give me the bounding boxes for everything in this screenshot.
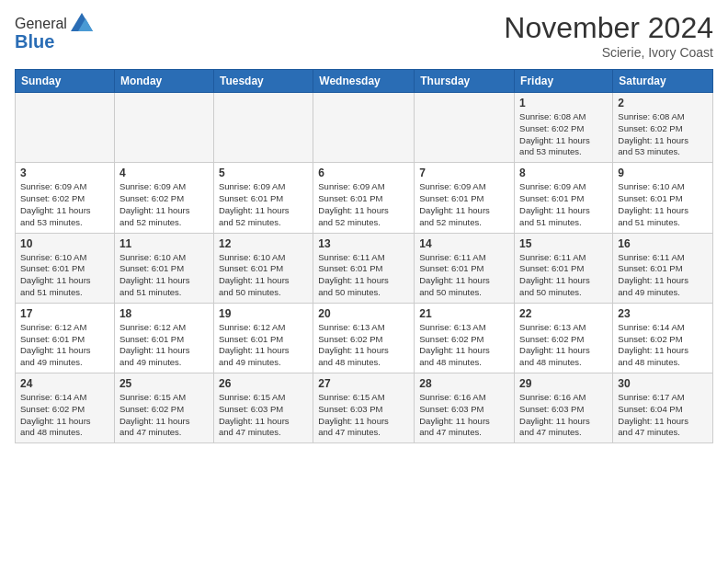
calendar-cell-w3-d6: 16Sunrise: 6:11 AM Sunset: 6:01 PM Dayli… [613, 233, 713, 303]
day-info: Sunrise: 6:13 AM Sunset: 6:02 PM Dayligh… [519, 322, 608, 369]
day-info: Sunrise: 6:10 AM Sunset: 6:01 PM Dayligh… [119, 252, 209, 299]
header-tuesday: Tuesday [213, 70, 313, 93]
day-number: 8 [519, 167, 608, 179]
calendar-cell-w1-d5: 1Sunrise: 6:08 AM Sunset: 6:02 PM Daylig… [515, 93, 613, 163]
day-info: Sunrise: 6:10 AM Sunset: 6:01 PM Dayligh… [618, 181, 708, 228]
calendar-cell-w4-d5: 22Sunrise: 6:13 AM Sunset: 6:02 PM Dayli… [515, 303, 613, 373]
day-number: 6 [318, 167, 409, 179]
title-section: November 2024 Scierie, Ivory Coast [504, 11, 713, 60]
day-info: Sunrise: 6:12 AM Sunset: 6:01 PM Dayligh… [20, 322, 109, 369]
day-number: 10 [20, 237, 109, 250]
day-info: Sunrise: 6:10 AM Sunset: 6:01 PM Dayligh… [20, 252, 109, 299]
day-info: Sunrise: 6:11 AM Sunset: 6:01 PM Dayligh… [419, 252, 509, 299]
month-title: November 2024 [504, 11, 713, 45]
day-info: Sunrise: 6:09 AM Sunset: 6:01 PM Dayligh… [219, 181, 308, 228]
calendar-cell-w4-d3: 20Sunrise: 6:13 AM Sunset: 6:02 PM Dayli… [313, 303, 415, 373]
day-number: 26 [219, 377, 308, 390]
calendar-cell-w2-d6: 9Sunrise: 6:10 AM Sunset: 6:01 PM Daylig… [613, 163, 713, 233]
calendar-cell-w1-d3 [313, 93, 415, 163]
day-number: 9 [618, 167, 708, 179]
calendar-cell-w2-d2: 5Sunrise: 6:09 AM Sunset: 6:01 PM Daylig… [213, 163, 313, 233]
calendar-cell-w5-d5: 29Sunrise: 6:16 AM Sunset: 6:03 PM Dayli… [515, 373, 613, 443]
calendar-cell-w5-d6: 30Sunrise: 6:17 AM Sunset: 6:04 PM Dayli… [613, 373, 713, 443]
header-saturday: Saturday [613, 70, 713, 93]
calendar-cell-w1-d1 [114, 93, 213, 163]
day-info: Sunrise: 6:10 AM Sunset: 6:01 PM Dayligh… [219, 252, 308, 299]
day-number: 12 [219, 237, 308, 250]
day-info: Sunrise: 6:08 AM Sunset: 6:02 PM Dayligh… [519, 111, 608, 158]
day-info: Sunrise: 6:13 AM Sunset: 6:02 PM Dayligh… [419, 322, 509, 369]
day-info: Sunrise: 6:11 AM Sunset: 6:01 PM Dayligh… [318, 252, 409, 299]
day-info: Sunrise: 6:12 AM Sunset: 6:01 PM Dayligh… [119, 322, 209, 369]
day-info: Sunrise: 6:13 AM Sunset: 6:02 PM Dayligh… [318, 322, 409, 369]
page: General Blue November 2024 Scierie, Ivor… [0, 0, 728, 453]
day-number: 25 [119, 377, 209, 390]
day-number: 19 [219, 307, 308, 320]
header: General Blue November 2024 Scierie, Ivor… [15, 11, 713, 60]
day-number: 18 [119, 307, 209, 320]
day-info: Sunrise: 6:09 AM Sunset: 6:01 PM Dayligh… [419, 181, 509, 228]
calendar-table: Sunday Monday Tuesday Wednesday Thursday… [15, 69, 713, 443]
day-number: 4 [119, 167, 209, 179]
calendar-cell-w3-d3: 13Sunrise: 6:11 AM Sunset: 6:01 PM Dayli… [313, 233, 415, 303]
day-info: Sunrise: 6:15 AM Sunset: 6:03 PM Dayligh… [219, 392, 308, 439]
calendar-week-3: 10Sunrise: 6:10 AM Sunset: 6:01 PM Dayli… [16, 233, 713, 303]
day-number: 15 [519, 237, 608, 250]
day-number: 28 [419, 377, 509, 390]
day-info: Sunrise: 6:16 AM Sunset: 6:03 PM Dayligh… [519, 392, 608, 439]
day-info: Sunrise: 6:17 AM Sunset: 6:04 PM Dayligh… [618, 392, 708, 439]
calendar-cell-w4-d0: 17Sunrise: 6:12 AM Sunset: 6:01 PM Dayli… [16, 303, 115, 373]
calendar-cell-w5-d3: 27Sunrise: 6:15 AM Sunset: 6:03 PM Dayli… [313, 373, 415, 443]
calendar-cell-w2-d3: 6Sunrise: 6:09 AM Sunset: 6:01 PM Daylig… [313, 163, 415, 233]
calendar-cell-w3-d2: 12Sunrise: 6:10 AM Sunset: 6:01 PM Dayli… [213, 233, 313, 303]
day-info: Sunrise: 6:15 AM Sunset: 6:02 PM Dayligh… [119, 392, 209, 439]
day-number: 11 [119, 237, 209, 250]
day-number: 1 [519, 97, 608, 109]
header-wednesday: Wednesday [313, 70, 415, 93]
calendar-cell-w5-d2: 26Sunrise: 6:15 AM Sunset: 6:03 PM Dayli… [213, 373, 313, 443]
day-info: Sunrise: 6:16 AM Sunset: 6:03 PM Dayligh… [419, 392, 509, 439]
calendar-cell-w4-d1: 18Sunrise: 6:12 AM Sunset: 6:01 PM Dayli… [114, 303, 213, 373]
calendar-cell-w2-d0: 3Sunrise: 6:09 AM Sunset: 6:02 PM Daylig… [16, 163, 115, 233]
day-info: Sunrise: 6:09 AM Sunset: 6:01 PM Dayligh… [519, 181, 608, 228]
header-monday: Monday [114, 70, 213, 93]
calendar-cell-w2-d1: 4Sunrise: 6:09 AM Sunset: 6:02 PM Daylig… [114, 163, 213, 233]
day-info: Sunrise: 6:15 AM Sunset: 6:03 PM Dayligh… [318, 392, 409, 439]
calendar-cell-w1-d0 [16, 93, 115, 163]
day-info: Sunrise: 6:09 AM Sunset: 6:02 PM Dayligh… [20, 181, 109, 228]
calendar-cell-w5-d1: 25Sunrise: 6:15 AM Sunset: 6:02 PM Dayli… [114, 373, 213, 443]
calendar-cell-w3-d0: 10Sunrise: 6:10 AM Sunset: 6:01 PM Dayli… [16, 233, 115, 303]
day-info: Sunrise: 6:14 AM Sunset: 6:02 PM Dayligh… [20, 392, 109, 439]
calendar-week-2: 3Sunrise: 6:09 AM Sunset: 6:02 PM Daylig… [16, 163, 713, 233]
day-number: 21 [419, 307, 509, 320]
calendar-cell-w1-d6: 2Sunrise: 6:08 AM Sunset: 6:02 PM Daylig… [613, 93, 713, 163]
calendar-cell-w5-d0: 24Sunrise: 6:14 AM Sunset: 6:02 PM Dayli… [16, 373, 115, 443]
header-sunday: Sunday [16, 70, 115, 93]
day-info: Sunrise: 6:12 AM Sunset: 6:01 PM Dayligh… [219, 322, 308, 369]
day-number: 29 [519, 377, 608, 390]
day-number: 17 [20, 307, 109, 320]
day-number: 27 [318, 377, 409, 390]
day-info: Sunrise: 6:09 AM Sunset: 6:01 PM Dayligh… [318, 181, 409, 228]
calendar-cell-w3-d1: 11Sunrise: 6:10 AM Sunset: 6:01 PM Dayli… [114, 233, 213, 303]
calendar-cell-w3-d4: 14Sunrise: 6:11 AM Sunset: 6:01 PM Dayli… [415, 233, 515, 303]
calendar-cell-w4-d6: 23Sunrise: 6:14 AM Sunset: 6:02 PM Dayli… [613, 303, 713, 373]
day-info: Sunrise: 6:14 AM Sunset: 6:02 PM Dayligh… [618, 322, 708, 369]
calendar-cell-w2-d4: 7Sunrise: 6:09 AM Sunset: 6:01 PM Daylig… [415, 163, 515, 233]
calendar-cell-w1-d4 [415, 93, 515, 163]
day-number: 23 [618, 307, 708, 320]
logo: General Blue [15, 11, 95, 52]
location: Scierie, Ivory Coast [504, 45, 713, 60]
logo-icon [69, 11, 95, 37]
day-number: 7 [419, 167, 509, 179]
calendar-week-1: 1Sunrise: 6:08 AM Sunset: 6:02 PM Daylig… [16, 93, 713, 163]
day-number: 14 [419, 237, 509, 250]
day-number: 16 [618, 237, 708, 250]
calendar-cell-w1-d2 [213, 93, 313, 163]
logo-general-text: General [15, 16, 67, 32]
calendar-week-5: 24Sunrise: 6:14 AM Sunset: 6:02 PM Dayli… [16, 373, 713, 443]
day-number: 3 [20, 167, 109, 179]
calendar-week-4: 17Sunrise: 6:12 AM Sunset: 6:01 PM Dayli… [16, 303, 713, 373]
calendar-cell-w3-d5: 15Sunrise: 6:11 AM Sunset: 6:01 PM Dayli… [515, 233, 613, 303]
day-number: 2 [618, 97, 708, 109]
